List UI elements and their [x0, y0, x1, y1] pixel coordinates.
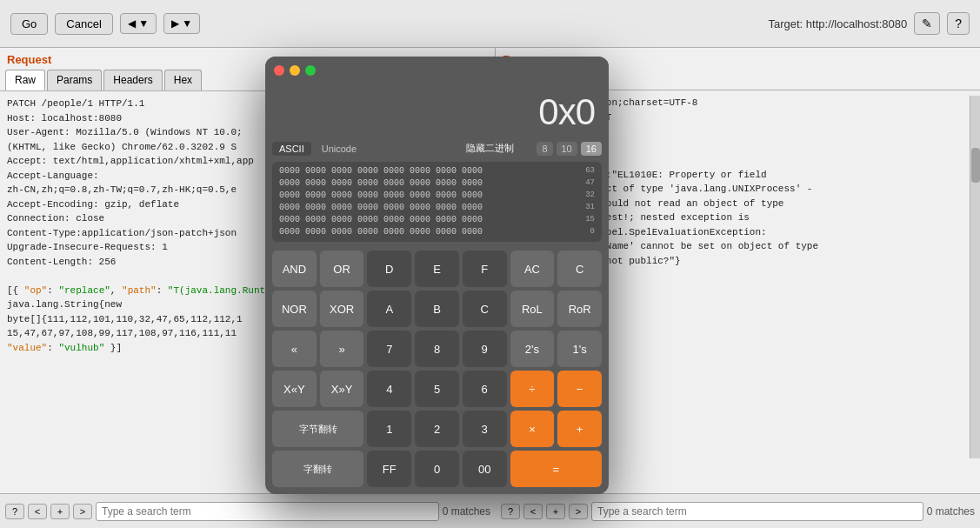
calc-mode-row: ASCII Unicode 隐藏二进制 8 10 16 [265, 137, 609, 162]
calc-key-4[interactable]: 4 [367, 371, 411, 407]
scrollbar-thumb [971, 148, 980, 183]
calc-titlebar [265, 57, 609, 84]
calc-key-3[interactable]: 3 [463, 411, 507, 447]
search-input-right[interactable] [591, 502, 923, 521]
search-add-button-left[interactable]: + [50, 504, 70, 519]
calc-key-d[interactable]: D [367, 251, 411, 287]
calc-key-xly[interactable]: X«Y [272, 371, 317, 407]
bottom-bar-left: ? < + > 0 matches [0, 493, 496, 528]
calc-key-rol[interactable]: RoL [510, 291, 555, 327]
calc-binary-value: 0000 0000 0000 0000 0000 0000 0000 0000 [279, 177, 483, 190]
calc-key-divide[interactable]: ÷ [510, 371, 555, 407]
calc-key-ff[interactable]: FF [367, 451, 411, 487]
calc-key-xry[interactable]: X»Y [320, 371, 364, 407]
calc-key-c-hex[interactable]: C [463, 291, 507, 327]
calc-binary-label: 0 [590, 226, 595, 238]
calc-key-f[interactable]: F [463, 251, 507, 287]
calc-binary-value: 0000 0000 0000 0000 0000 0000 0000 0000 [279, 226, 483, 238]
calc-display: 0x0 [265, 84, 609, 137]
calc-binary-label: 31 [585, 202, 595, 214]
calc-buttons-grid: AND OR D E F AC C NOR XOR A B C RoL RoR … [265, 247, 609, 494]
calc-key-twos[interactable]: 2's [510, 331, 555, 367]
search-add-button-right[interactable]: + [546, 504, 565, 519]
calc-key-6[interactable]: 6 [463, 371, 507, 407]
calc-binary-value: 0000 0000 0000 0000 0000 0000 0000 0000 [279, 214, 483, 226]
calc-key-ror[interactable]: RoR [557, 291, 602, 327]
bottom-bar-right: ? < + > 0 matches [496, 493, 980, 528]
matches-label-right: 0 matches [927, 505, 975, 518]
calc-binary-row-4: 0000 0000 0000 0000 0000 0000 0000 0000 … [279, 202, 595, 214]
search-next-button-left[interactable]: > [73, 504, 92, 519]
calc-key-2[interactable]: 2 [415, 411, 459, 447]
calc-binary-value: 0000 0000 0000 0000 0000 0000 0000 0000 [279, 202, 483, 214]
calc-key-1[interactable]: 1 [367, 411, 411, 447]
calc-key-xor[interactable]: XOR [320, 291, 364, 327]
calc-key-equals[interactable]: = [510, 451, 602, 487]
calc-mode-unicode[interactable]: Unicode [315, 142, 363, 156]
calc-key-ones[interactable]: 1's [557, 331, 602, 367]
calc-binary-label: 63 [585, 165, 595, 177]
calc-binary-value: 0000 0000 0000 0000 0000 0000 0000 0000 [279, 190, 483, 202]
toolbar: Go Cancel ◀ ▼ ▶ ▼ Target: http://localho… [0, 0, 980, 48]
calc-binary-row-3: 0000 0000 0000 0000 0000 0000 0000 0000 … [279, 190, 595, 202]
response-scrollbar[interactable] [970, 96, 980, 458]
calc-binary-value: 0000 0000 0000 0000 0000 0000 0000 0000 [279, 165, 483, 177]
search-help-button-left[interactable]: ? [5, 504, 24, 519]
calc-key-0[interactable]: 0 [415, 451, 459, 487]
search-help-button-right[interactable]: ? [501, 504, 520, 519]
calc-binary-row-1: 0000 0000 0000 0000 0000 0000 0000 0000 … [279, 165, 595, 177]
calc-key-and[interactable]: AND [272, 251, 317, 287]
calc-minimize-button[interactable] [290, 65, 300, 76]
calc-binary-label: 47 [585, 177, 595, 190]
calc-key-00[interactable]: 00 [463, 451, 507, 487]
help-button[interactable]: ? [947, 12, 970, 35]
calc-key-nor[interactable]: NOR [272, 291, 317, 327]
calc-maximize-button[interactable] [305, 65, 316, 76]
target-label: Target: http://localhost:8080 [768, 17, 907, 30]
calc-key-shift-right[interactable]: » [320, 331, 364, 367]
search-input-left[interactable] [96, 502, 439, 521]
calc-mode-ascii[interactable]: ASCII [272, 142, 311, 156]
calc-key-word-flip[interactable]: 字翻转 [272, 451, 363, 487]
search-next-button-right[interactable]: > [569, 504, 588, 519]
matches-label-left: 0 matches [443, 505, 490, 518]
tab-params[interactable]: Params [47, 70, 102, 90]
back-button[interactable]: ◀ ▼ [120, 13, 157, 34]
calculator-window: 0x0 ASCII Unicode 隐藏二进制 8 10 16 0000 000… [265, 57, 609, 494]
tab-raw[interactable]: Raw [5, 70, 45, 90]
calc-bit-8[interactable]: 8 [537, 142, 552, 156]
cancel-button[interactable]: Cancel [55, 13, 112, 35]
tab-hex[interactable]: Hex [164, 70, 202, 90]
calc-bit-16[interactable]: 16 [581, 142, 602, 156]
tab-headers[interactable]: Headers [103, 70, 162, 90]
calc-key-multiply[interactable]: × [510, 411, 555, 447]
calc-key-minus[interactable]: − [557, 371, 602, 407]
go-button[interactable]: Go [10, 13, 48, 35]
forward-button[interactable]: ▶ ▼ [163, 13, 200, 34]
calc-key-shift-left[interactable]: « [272, 331, 317, 367]
calc-key-9[interactable]: 9 [463, 331, 507, 367]
calc-key-e[interactable]: E [415, 251, 459, 287]
edit-button[interactable]: ✎ [914, 12, 940, 35]
calc-key-8[interactable]: 8 [415, 331, 459, 367]
calc-key-byte-flip[interactable]: 字节翻转 [272, 411, 363, 447]
calc-key-c[interactable]: C [557, 251, 602, 287]
calc-binary-row-6: 0000 0000 0000 0000 0000 0000 0000 0000 … [279, 226, 595, 238]
calc-bit-10[interactable]: 10 [557, 142, 577, 156]
calc-binary-row-5: 0000 0000 0000 0000 0000 0000 0000 0000 … [279, 214, 595, 226]
calc-key-plus[interactable]: + [557, 411, 602, 447]
calc-key-b[interactable]: B [415, 291, 459, 327]
calc-key-a[interactable]: A [367, 291, 411, 327]
calc-close-button[interactable] [274, 65, 284, 76]
calc-key-ac[interactable]: AC [510, 251, 555, 287]
calc-mode-hide-binary[interactable]: 隐藏二进制 [457, 140, 523, 157]
calc-binary-label: 15 [585, 214, 595, 226]
calc-key-or[interactable]: OR [320, 251, 364, 287]
calc-display-value: 0x0 [279, 91, 595, 133]
search-prev-button-right[interactable]: < [523, 504, 543, 519]
calc-binary-display: 0000 0000 0000 0000 0000 0000 0000 0000 … [272, 162, 602, 242]
calc-binary-label: 32 [585, 190, 595, 202]
calc-key-5[interactable]: 5 [415, 371, 459, 407]
calc-key-7[interactable]: 7 [367, 331, 411, 367]
search-prev-button-left[interactable]: < [28, 504, 47, 519]
